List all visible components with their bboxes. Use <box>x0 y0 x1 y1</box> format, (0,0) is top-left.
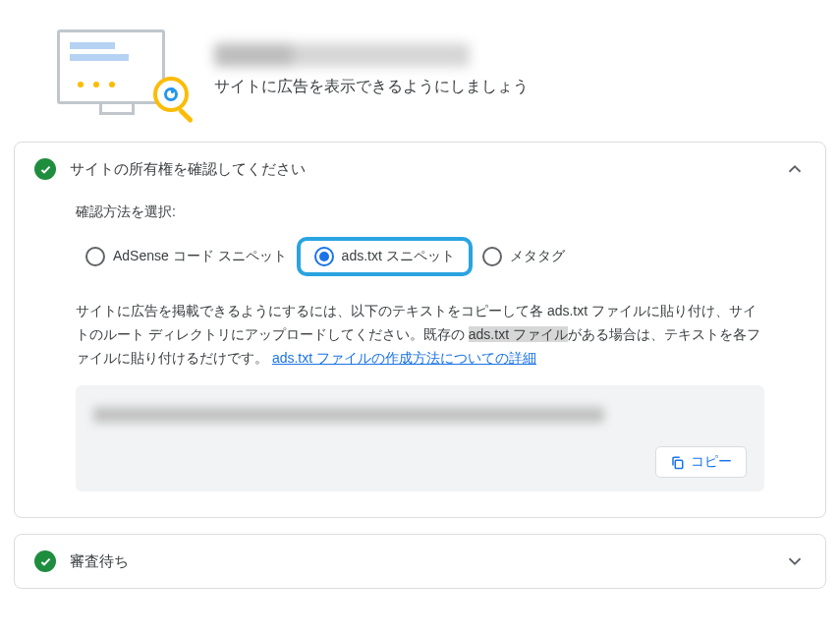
ownership-card-title: サイトの所有権を確認してください <box>70 160 770 179</box>
check-circle-icon <box>34 550 56 572</box>
radio-label: ads.txt スニペット <box>342 248 455 265</box>
instruction-text: サイトに広告を掲載できるようにするには、以下のテキストをコピーして各 ads.t… <box>76 300 764 370</box>
ownership-card-body: 確認方法を選択: AdSense コード スニペット ads.txt スニペット… <box>15 196 825 517</box>
adstxt-snippet-box: コピー <box>76 385 764 491</box>
chevron-down-icon <box>784 550 806 572</box>
radio-icon <box>314 247 334 266</box>
copy-icon <box>670 455 685 470</box>
radio-meta-tag[interactable]: メタタグ <box>473 241 575 272</box>
page-header: サイトに広告を表示できるようにしましょう <box>10 10 830 142</box>
copy-button-label: コピー <box>691 453 732 471</box>
highlighted-token: ads.txt ファイル <box>469 326 568 342</box>
radio-adstxt-snippet[interactable]: ads.txt スニペット <box>297 237 473 276</box>
site-name-redacted <box>214 43 470 67</box>
review-card: 審査待ち <box>14 534 826 589</box>
check-circle-icon <box>34 158 56 180</box>
radio-label: メタタグ <box>510 248 565 265</box>
review-card-title: 審査待ち <box>70 552 770 571</box>
site-check-illustration <box>49 26 187 114</box>
verification-method-label: 確認方法を選択: <box>76 203 764 221</box>
radio-adsense-snippet[interactable]: AdSense コード スニペット <box>76 241 297 272</box>
review-card-header[interactable]: 審査待ち <box>15 535 825 588</box>
adstxt-help-link[interactable]: ads.txt ファイルの作成方法についての詳細 <box>272 350 536 366</box>
page-subtitle: サイトに広告を表示できるようにしましょう <box>214 77 529 97</box>
copy-button[interactable]: コピー <box>655 446 747 478</box>
snippet-redacted <box>93 407 604 423</box>
radio-icon <box>85 247 105 266</box>
chevron-up-icon <box>784 158 806 180</box>
verification-method-radio-group: AdSense コード スニペット ads.txt スニペット メタタグ <box>76 237 764 276</box>
ownership-card-header[interactable]: サイトの所有権を確認してください <box>15 143 825 196</box>
ownership-card: サイトの所有権を確認してください 確認方法を選択: AdSense コード スニ… <box>14 142 826 518</box>
radio-label: AdSense コード スニペット <box>113 248 287 265</box>
svg-rect-0 <box>675 460 683 468</box>
radio-icon <box>482 247 502 266</box>
